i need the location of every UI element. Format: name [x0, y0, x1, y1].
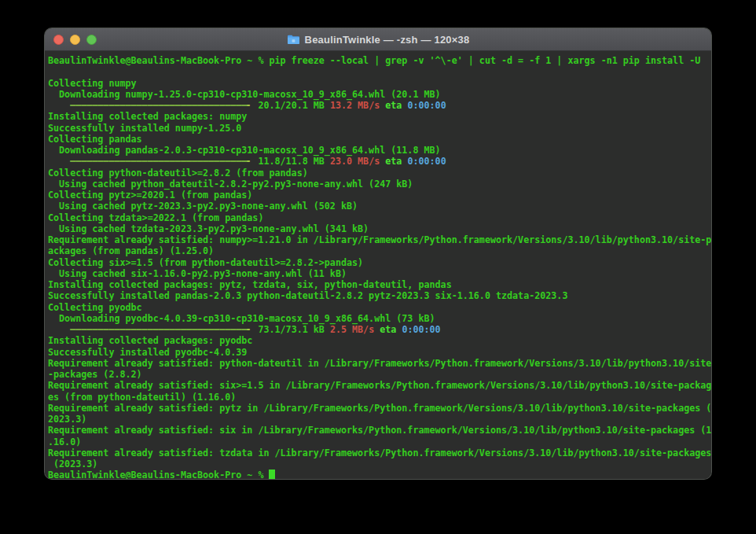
terminal-line: Successfully installed pandas-2.0.3 pyth… [48, 290, 708, 301]
terminal-line: Using cached six-1.16.0-py2.py3-none-any… [48, 268, 708, 279]
folder-icon [287, 34, 300, 45]
terminal-line: es (from python-dateutil) (1.16.0) [48, 392, 708, 403]
terminal-line: Downloading pyodbc-4.0.39-cp310-cp310-ma… [48, 313, 708, 324]
terminal-line: ackages (from pandas) (1.25.0) [48, 245, 708, 256]
terminal-line: Installing collected packages: pytz, tzd… [48, 279, 708, 290]
terminal-line: Collecting pandas [48, 134, 708, 145]
cursor-block [269, 470, 274, 480]
terminal-line: Requirement already satisfied: tzdata in… [48, 447, 708, 459]
terminal-line: .16.0) [48, 436, 708, 447]
close-button[interactable] [53, 35, 64, 45]
terminal-window: BeaulinTwinkle — -zsh — 120×38 BeaulinTw… [44, 28, 712, 480]
terminal-line: Requirement already satisfied: six>=1.5 … [48, 380, 708, 391]
minimize-button[interactable] [70, 35, 80, 45]
terminal-line: Downloading numpy-1.25.0-cp310-cp310-mac… [48, 89, 708, 100]
window-title: BeaulinTwinkle — -zsh — 120×38 [305, 34, 470, 46]
zoom-button[interactable] [86, 35, 97, 45]
terminal-line: Collecting pytz>=2020.1 (from pandas) [48, 190, 708, 201]
terminal-line: Successfully installed pyodbc-4.0.39 [48, 347, 708, 358]
terminal-line: Collecting six>=1.5 (from python-dateuti… [48, 257, 708, 268]
terminal-line: Collecting pyodbc [48, 302, 708, 313]
terminal-line: -packages (2.8.2) [48, 369, 708, 380]
terminal-line: Using cached tzdata-2023.3-py2.py3-none-… [48, 223, 708, 234]
terminal-line [48, 66, 708, 77]
terminal-line: BeaulinTwinkle@Beaulins-MacBook-Pro ~ % … [48, 55, 708, 66]
terminal-line: ━━━━━━━━━━━━━━━━━━━━━━━━━━━━━━━━╸ 20.1/2… [48, 100, 708, 111]
terminal-screen[interactable]: BeaulinTwinkle@Beaulins-MacBook-Pro ~ % … [45, 51, 711, 480]
terminal-line: Installing collected packages: pyodbc [48, 335, 708, 346]
terminal-line: Requirement already satisfied: numpy>=1.… [48, 234, 708, 245]
terminal-line: Installing collected packages: numpy [48, 111, 708, 122]
terminal-line: (2023.3) [48, 459, 708, 470]
terminal-line: 2023.3) [48, 414, 708, 425]
terminal-line: Requirement already satisfied: python-da… [48, 358, 708, 369]
terminal-line: ━━━━━━━━━━━━━━━━━━━━━━━━━━━━━━━━╸ 73.1/7… [48, 324, 708, 335]
desktop-background: { "window": { "title": "BeaulinTwinkle —… [0, 0, 756, 534]
terminal-line: Requirement already satisfied: six in /L… [48, 425, 708, 436]
terminal-line: Using cached python_dateutil-2.8.2-py2.p… [48, 179, 708, 190]
terminal-line: Requirement already satisfied: pytz in /… [48, 403, 708, 414]
title-bar[interactable]: BeaulinTwinkle — -zsh — 120×38 [45, 28, 711, 51]
terminal-line: Successfully installed numpy-1.25.0 [48, 123, 708, 134]
terminal-line: Collecting python-dateutil>=2.8.2 (from … [48, 168, 708, 179]
terminal-line: Using cached pytz-2023.3-py2.py3-none-an… [48, 201, 708, 212]
terminal-line: Collecting tzdata>=2022.1 (from pandas) [48, 212, 708, 223]
terminal-line: Collecting numpy [48, 78, 708, 89]
terminal-line: BeaulinTwinkle@Beaulins-MacBook-Pro ~ % [48, 470, 708, 480]
traffic-lights [45, 35, 97, 45]
title-center: BeaulinTwinkle — -zsh — 120×38 [45, 28, 711, 50]
terminal-line: Downloading pandas-2.0.3-cp310-cp310-mac… [48, 145, 708, 156]
terminal-line: ━━━━━━━━━━━━━━━━━━━━━━━━━━━━━━━━╸ 11.8/1… [48, 156, 708, 167]
